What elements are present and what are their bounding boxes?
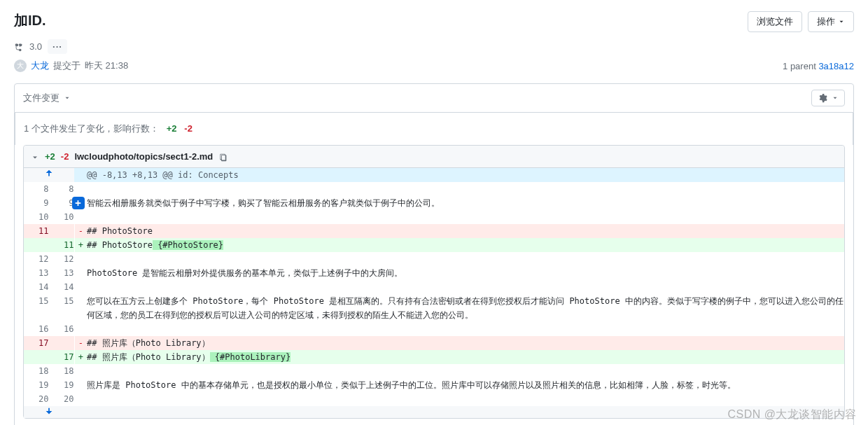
- line-number-new[interactable]: 16: [49, 322, 74, 336]
- actions-dropdown[interactable]: 操作: [808, 11, 854, 32]
- diff-line: 照片库是 PhotoStore 中的基本存储单元，也是授权的最小单位，类似于上述…: [87, 378, 844, 392]
- line-number-new[interactable]: 18: [49, 364, 74, 378]
- line-number-new[interactable]: 15: [49, 294, 74, 322]
- changes-summary: 1 个文件发生了变化，影响行数： +2 -2: [15, 113, 853, 145]
- diff-line: ## PhotoStore {#PhotoStore}: [87, 238, 844, 252]
- line-number-old[interactable]: 16: [24, 322, 49, 336]
- line-number-old[interactable]: 17: [24, 336, 49, 350]
- line-number-new[interactable]: 14: [49, 280, 74, 294]
- file-path[interactable]: lwcloudphoto/topics/sect1-2.md: [74, 151, 213, 162]
- hunk-header: @@ -8,13 +8,13 @@ id: Concepts: [87, 168, 844, 182]
- diff-line: [87, 280, 844, 294]
- deletions-count: -2: [184, 123, 192, 134]
- line-number-old[interactable]: 14: [24, 280, 49, 294]
- copy-path-button[interactable]: [218, 151, 227, 162]
- diff-line: [87, 322, 844, 336]
- line-number-old[interactable]: [24, 238, 49, 252]
- expand-down-button[interactable]: [24, 406, 74, 416]
- add-comment-button[interactable]: +: [72, 197, 85, 209]
- line-number-old[interactable]: 19: [24, 378, 49, 392]
- line-number-new[interactable]: 12: [49, 252, 74, 266]
- diff-line: [87, 252, 844, 266]
- parent-sha-link[interactable]: 3a18a12: [818, 61, 854, 71]
- line-number-old[interactable]: 13: [24, 266, 49, 280]
- file-deletions: -2: [61, 151, 69, 162]
- diff-line: [87, 392, 844, 406]
- diff-table: @@ -8,13 +8,13 @@ id: Concepts8899+智能云相册…: [24, 168, 844, 418]
- line-number-new[interactable]: 11: [49, 238, 74, 252]
- diff-settings-button[interactable]: [811, 90, 845, 106]
- line-number-old[interactable]: 9: [24, 196, 49, 210]
- line-number-new[interactable]: [49, 224, 74, 238]
- diff-line: [87, 182, 844, 196]
- commit-title: 加ID.: [14, 11, 46, 30]
- commit-time: 昨天 21:38: [85, 60, 128, 72]
- diff-line: 智能云相册服务就类似于例子中写字楼，购买了智能云相册服务的客户就类似于例子中的公…: [87, 196, 844, 210]
- expand-up-button[interactable]: [24, 168, 74, 178]
- line-number-old[interactable]: 20: [24, 392, 49, 406]
- parent-label: 1 parent: [783, 61, 816, 71]
- line-number-old[interactable]: 11: [24, 224, 49, 238]
- branch-name[interactable]: 3.0: [29, 41, 42, 52]
- more-button[interactable]: ···: [48, 39, 67, 54]
- line-number-old[interactable]: 18: [24, 364, 49, 378]
- line-number-new[interactable]: 13: [49, 266, 74, 280]
- line-number-new[interactable]: 8: [49, 182, 74, 196]
- avatar: 大: [14, 60, 27, 72]
- tab-label: 文件变更: [23, 92, 59, 104]
- line-number-old[interactable]: 10: [24, 210, 49, 224]
- line-number-new[interactable]: 19: [49, 378, 74, 392]
- copy-icon: [218, 153, 227, 162]
- line-number-new[interactable]: 20: [49, 392, 74, 406]
- browse-files-button[interactable]: 浏览文件: [748, 11, 802, 32]
- diff-line: ## 照片库（Photo Library）: [87, 336, 844, 350]
- chevron-down-icon: [31, 153, 39, 162]
- chevron-down-icon: [832, 95, 839, 102]
- additions-count: +2: [167, 123, 177, 134]
- line-number-new[interactable]: 9: [49, 196, 74, 210]
- diff-line: ## 照片库（Photo Library） {#PhotoLibrary}: [87, 350, 844, 364]
- line-number-new[interactable]: 17: [49, 350, 74, 364]
- diff-line: PhotoStore 是智能云相册对外提供服务的基本单元，类似于上述例子中的大房…: [87, 266, 844, 280]
- line-number-new[interactable]: 10: [49, 210, 74, 224]
- diff-line: 您可以在五方云上创建多个 PhotoStore，每个 PhotoStore 是相…: [87, 294, 844, 322]
- line-number-old[interactable]: 12: [24, 252, 49, 266]
- line-number-old[interactable]: 8: [24, 182, 49, 196]
- committed-label: 提交于: [53, 60, 80, 72]
- line-number-old[interactable]: 15: [24, 294, 49, 322]
- collapse-toggle[interactable]: [31, 151, 39, 162]
- diff-line: ## PhotoStore: [87, 224, 844, 238]
- branch-icon: [14, 41, 24, 53]
- file-additions: +2: [45, 151, 55, 162]
- line-number-new[interactable]: [49, 336, 74, 350]
- diff-line: [87, 210, 844, 224]
- actions-label: 操作: [817, 15, 835, 28]
- chevron-down-icon: [838, 18, 845, 25]
- line-number-old[interactable]: [24, 350, 49, 364]
- gear-icon: [818, 93, 827, 103]
- tab-file-changes[interactable]: 文件变更: [23, 92, 71, 104]
- author-link[interactable]: 大龙: [31, 60, 49, 72]
- diff-line: [87, 364, 844, 378]
- chevron-down-icon: [64, 95, 71, 102]
